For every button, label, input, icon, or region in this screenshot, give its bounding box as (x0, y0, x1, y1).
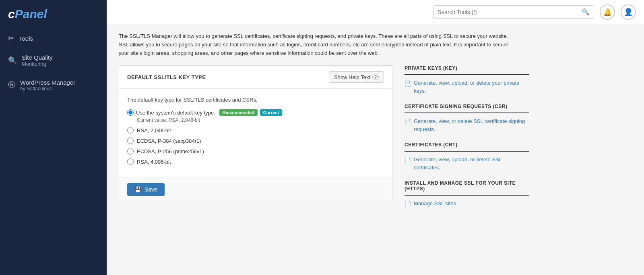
help-question-icon: ? (372, 74, 379, 80)
right-section-certificates: CERTIFICATES (CRT) 📄 Generate, view, upl… (405, 142, 529, 171)
cpanel-logo: cPanel (8, 7, 99, 21)
bell-icon: 🔔 (603, 8, 612, 17)
link-manage-ssl[interactable]: 📄 Manage SSL sites. (405, 200, 529, 208)
user-icon: 👤 (624, 8, 633, 17)
ssl-tls-panel: DEFAULT SSL/TLS KEY TYPE Show Help Text … (119, 65, 392, 202)
doc-icon-crt: 📄 (405, 156, 411, 165)
save-label: Save (144, 186, 157, 193)
label-system-default: Use the system's default key type. (136, 110, 215, 116)
tools-icon: ✂ (8, 34, 14, 43)
radio-option-system-default[interactable]: Use the system's default key type. Recom… (127, 109, 384, 116)
radio-ecdsa-384[interactable] (127, 138, 134, 144)
radio-system-default[interactable] (127, 109, 134, 116)
left-panel: DEFAULT SSL/TLS KEY TYPE Show Help Text … (119, 65, 392, 267)
radio-option-rsa-4096[interactable]: RSA, 4,096-bit (127, 158, 384, 165)
logo-area: cPanel (0, 0, 107, 28)
current-value-text: Current value: RSA, 2,048-bit (137, 117, 384, 123)
radio-option-rsa-2048[interactable]: RSA, 2,048-bit (127, 127, 384, 133)
content-area: The SSL/TLS Manager will allow you to ge… (107, 24, 644, 275)
radio-option-ecdsa-384[interactable]: ECDSA, P-384 (secp384r1) (127, 138, 384, 144)
doc-icon-private-keys: 📄 (405, 79, 411, 88)
link-crt[interactable]: 📄 Generate, view, upload, or delete SSL … (405, 156, 529, 171)
radio-ecdsa-256[interactable] (127, 148, 134, 154)
content-row: DEFAULT SSL/TLS KEY TYPE Show Help Text … (119, 65, 632, 267)
doc-icon-csr: 📄 (405, 118, 411, 126)
panel-body: The default key type for SSL/TLS certifi… (119, 89, 392, 177)
radio-rsa-4096[interactable] (127, 158, 134, 165)
badge-current: Current (260, 109, 283, 116)
show-help-button[interactable]: Show Help Text ? (329, 71, 384, 83)
label-rsa-2048: RSA, 2,048-bit (137, 127, 171, 133)
link-private-keys[interactable]: 📄 Generate, view, upload, or delete your… (405, 79, 529, 95)
link-text-manage-ssl: Manage SSL sites. (414, 200, 458, 208)
radio-rsa-2048[interactable] (127, 127, 134, 133)
sidebar-item-site-quality[interactable]: 🔍 Site Quality Monitoring (0, 48, 107, 73)
header: 🔍 🔔 👤 (107, 0, 644, 24)
site-quality-line1: Site Quality (22, 54, 53, 61)
link-text-private-keys: Generate, view, upload, or delete your p… (414, 79, 529, 95)
wordpress-icon: Ⓡ (8, 80, 15, 90)
right-section-private-keys: PRIVATE KEYS (KEY) 📄 Generate, view, upl… (405, 65, 529, 95)
sidebar-item-tools[interactable]: ✂ Tools (0, 28, 107, 48)
right-panel: PRIVATE KEYS (KEY) 📄 Generate, view, upl… (405, 65, 529, 267)
radio-option-ecdsa-256[interactable]: ECDSA, P-256 (prime256v1) (127, 148, 384, 154)
user-button[interactable]: 👤 (621, 4, 636, 20)
sidebar-item-label-tools: Tools (19, 35, 33, 42)
intro-text: The SSL/TLS Manager will allow you to ge… (119, 32, 513, 57)
right-section-install-ssl: INSTALL AND MANAGE SSL FOR YOUR SITE (HT… (405, 180, 529, 208)
label-rsa-4096: RSA, 4,096-bit (137, 159, 171, 165)
link-csr[interactable]: 📄 Generate, view, or delete SSL certific… (405, 117, 529, 133)
sidebar: cPanel ✂ Tools 🔍 Site Quality Monitoring… (0, 0, 107, 275)
label-ecdsa-384: ECDSA, P-384 (secp384r1) (137, 138, 201, 144)
right-section-title-private-keys: PRIVATE KEYS (KEY) (405, 65, 529, 75)
search-bar[interactable]: 🔍 (433, 5, 594, 19)
save-area: 💾 Save (119, 177, 392, 202)
link-text-crt: Generate, view, upload, or delete SSL ce… (414, 156, 529, 171)
panel-description: The default key type for SSL/TLS certifi… (127, 97, 384, 103)
main-area: 🔍 🔔 👤 The SSL/TLS Manager will allow you… (107, 0, 644, 275)
sidebar-item-wordpress[interactable]: Ⓡ WordPress Manager by Softaculous (0, 73, 107, 97)
panel-title: DEFAULT SSL/TLS KEY TYPE (127, 74, 206, 80)
right-section-csr: CERTIFICATE SIGNING REQUESTS (CSR) 📄 Gen… (405, 104, 529, 133)
search-input[interactable] (438, 9, 578, 15)
panel-header: DEFAULT SSL/TLS KEY TYPE Show Help Text … (119, 66, 392, 89)
panel-desc-text: The default key type for SSL/TLS certifi… (127, 97, 258, 103)
logo-c: c (8, 7, 15, 21)
site-quality-line2: Monitoring (22, 61, 53, 67)
sidebar-item-label-wordpress-main: WordPress Manager (20, 79, 75, 86)
site-quality-icon: 🔍 (8, 56, 17, 65)
label-ecdsa-256: ECDSA, P-256 (prime256v1) (137, 148, 204, 154)
save-button[interactable]: 💾 Save (127, 183, 165, 196)
sidebar-item-label-wordpress-sub: by Softaculous (20, 86, 75, 92)
bell-button[interactable]: 🔔 (600, 4, 615, 20)
sidebar-item-label-site-quality: Site Quality Monitoring (22, 54, 53, 67)
right-section-title-crt: CERTIFICATES (CRT) (405, 142, 529, 152)
badge-recommended: Recommended (219, 109, 258, 116)
help-text-label: Show Help Text (334, 74, 370, 80)
link-text-csr: Generate, view, or delete SSL certificat… (414, 117, 529, 133)
right-section-title-install-ssl: INSTALL AND MANAGE SSL FOR YOUR SITE (HT… (405, 180, 529, 196)
right-section-title-csr: CERTIFICATE SIGNING REQUESTS (CSR) (405, 104, 529, 113)
doc-icon-manage-ssl: 📄 (405, 200, 411, 208)
logo-panel: Panel (15, 7, 47, 21)
search-icon: 🔍 (582, 8, 590, 16)
wordpress-text: WordPress Manager by Softaculous (20, 79, 75, 92)
save-icon: 💾 (134, 186, 141, 193)
